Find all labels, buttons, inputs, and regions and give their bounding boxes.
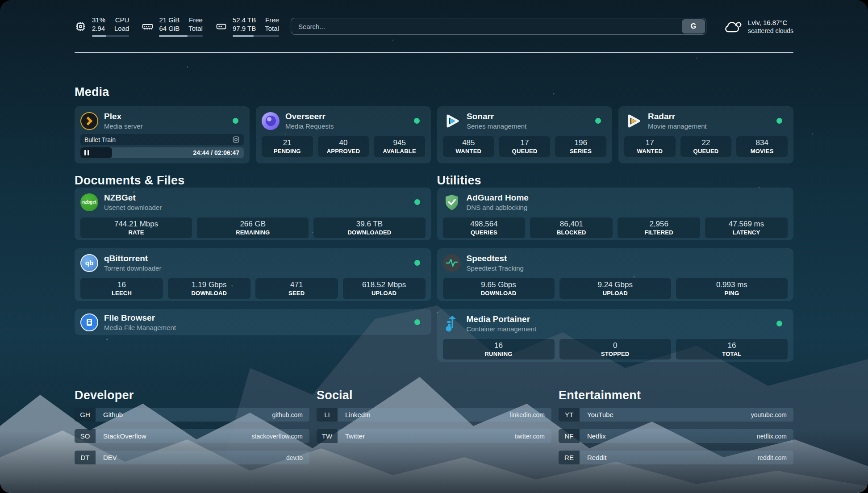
resource-disk: 52.4 TB Free 97.9 TB Total bbox=[215, 16, 279, 37]
stat-label: MOVIES bbox=[751, 148, 774, 155]
bookmark-url: twitter.com bbox=[515, 433, 545, 440]
stat-ping: 0.993 ms PING bbox=[676, 278, 788, 299]
bookmark-dev[interactable]: DT DEV dev.to bbox=[75, 451, 309, 464]
service-card-nzbget[interactable]: nzbget NZBGet Usenet downloader 744.21 M… bbox=[75, 188, 431, 240]
service-card-sonarr[interactable]: Sonarr Series management 485 WANTED 17 Q… bbox=[437, 106, 612, 163]
status-dot bbox=[414, 199, 420, 205]
service-card-overseerr[interactable]: Overseerr Media Requests 21 PENDING 40 A… bbox=[256, 106, 431, 163]
status-dot bbox=[776, 321, 782, 326]
service-name: NZBGet bbox=[104, 192, 162, 203]
weather-condition: scattered clouds bbox=[748, 27, 793, 35]
now-playing-row: Bullet Train bbox=[80, 134, 244, 145]
status-dot bbox=[414, 118, 420, 124]
stat-value: 196 bbox=[574, 138, 587, 147]
stat-label: RUNNING bbox=[485, 351, 513, 357]
stat-running: 16 RUNNING bbox=[443, 339, 555, 359]
resource-memory: 21 GiB Free 64 GiB Total bbox=[142, 16, 203, 37]
stat-queries: 498,564 QUERIES bbox=[443, 217, 526, 238]
bookmark-netflix[interactable]: NF Netflix netflix.com bbox=[559, 429, 793, 443]
stat-value: 22 bbox=[702, 138, 710, 147]
service-card-portainer[interactable]: Media Portainer Container management 16 … bbox=[437, 309, 794, 362]
search-provider-button[interactable]: G bbox=[682, 19, 705, 33]
stat-value: 9.24 Gbps bbox=[598, 280, 633, 289]
stat-label: UPLOAD bbox=[371, 290, 396, 297]
weather-widget: Lviv, 16.87°C scattered clouds bbox=[722, 18, 793, 35]
memory-total: 64 GiB bbox=[159, 25, 179, 33]
bookmark-name: YouTube bbox=[587, 411, 613, 418]
bookmark-stackoverflow[interactable]: SO StackOverflow stackoverflow.com bbox=[75, 429, 309, 443]
stat-downloaded: 39.6 TB DOWNLOADED bbox=[313, 217, 425, 238]
resource-cpu: 31% CPU 2.94 Load bbox=[75, 16, 129, 37]
bookmark-group-developer: Developer GH Github github.com SO StackO… bbox=[75, 389, 309, 464]
bookmark-url: stackoverflow.com bbox=[252, 433, 303, 440]
section-title-utilities: Utilities bbox=[437, 174, 794, 188]
service-description: Media Requests bbox=[285, 122, 334, 130]
service-name: File Browser bbox=[104, 313, 176, 323]
bookmark-github[interactable]: GH Github github.com bbox=[75, 408, 309, 422]
bookmark-name: Github bbox=[103, 411, 123, 418]
service-description: Container management bbox=[467, 325, 537, 333]
disk-free: 52.4 TB bbox=[233, 16, 256, 24]
stat-remaining: 266 GB REMAINING bbox=[197, 217, 309, 238]
stat-label: LATENCY bbox=[733, 229, 760, 236]
playback-time: 24:44 / 02:06:47 bbox=[193, 147, 239, 158]
bookmark-abbr: YT bbox=[559, 408, 580, 422]
service-card-qbittorrent[interactable]: qb qBittorrent Torrent downloader 16 LEE… bbox=[75, 248, 431, 301]
service-card-plex[interactable]: Plex Media server Bullet Train bbox=[75, 106, 250, 163]
stat-download: 9.65 Gbps DOWNLOAD bbox=[443, 278, 555, 299]
bookmark-name: Netflix bbox=[587, 432, 606, 440]
header-divider bbox=[75, 52, 793, 53]
overseerr-icon bbox=[262, 112, 280, 130]
stat-label: LEECH bbox=[112, 290, 132, 297]
cpu-load-label: Load bbox=[114, 25, 129, 33]
stat-label: BLOCKED bbox=[557, 229, 586, 236]
stat-label: SERIES bbox=[570, 148, 592, 155]
disk-total-label: Total bbox=[265, 25, 279, 33]
bookmark-reddit[interactable]: RE Reddit reddit.com bbox=[559, 451, 793, 464]
disk-total: 97.9 TB bbox=[233, 25, 256, 33]
stat-label: PENDING bbox=[274, 148, 301, 155]
stat-label: STOPPED bbox=[601, 351, 629, 357]
stat-value: 16 bbox=[727, 341, 736, 350]
bookmark-url: linkedin.com bbox=[510, 411, 545, 418]
weather-location-temp: Lviv, 16.87°C bbox=[748, 18, 793, 27]
service-description: DNS and adblocking bbox=[467, 203, 529, 212]
bookmark-linkedin[interactable]: LI LinkedIn linkedin.com bbox=[317, 408, 551, 422]
bookmark-group-social: Social LI LinkedIn linkedin.com TW Twitt… bbox=[317, 389, 551, 464]
top-bar: 31% CPU 2.94 Load bbox=[75, 15, 793, 38]
bookmark-twitter[interactable]: TW Twitter twitter.com bbox=[317, 429, 551, 443]
resource-widgets: 31% CPU 2.94 Load bbox=[75, 16, 279, 37]
disk-icon bbox=[215, 21, 227, 33]
now-playing-title: Bullet Train bbox=[84, 136, 116, 143]
stat-value: 40 bbox=[339, 138, 348, 147]
service-card-adguard[interactable]: AdGuard Home DNS and adblocking 498,564 … bbox=[437, 188, 794, 240]
service-card-radarr[interactable]: Radarr Movie management 17 WANTED 22 QUE… bbox=[618, 106, 793, 163]
plex-icon bbox=[80, 112, 98, 130]
section-title-developer: Developer bbox=[75, 389, 309, 402]
stat-value: 945 bbox=[393, 138, 405, 147]
stat-approved: 40 APPROVED bbox=[318, 136, 369, 157]
stat-label: SEED bbox=[288, 290, 305, 297]
stat-label: QUERIES bbox=[471, 229, 497, 236]
service-name: Speedtest bbox=[467, 253, 524, 264]
dashboard-window: 31% CPU 2.94 Load bbox=[0, 0, 868, 493]
status-dot bbox=[233, 118, 238, 124]
service-card-speedtest[interactable]: Speedtest Speedtest Tracking 9.65 Gbps D… bbox=[437, 248, 794, 301]
stat-value: 47.569 ms bbox=[729, 220, 764, 228]
stat-wanted: 17 WANTED bbox=[624, 136, 676, 157]
stat-value: 618.52 Mbps bbox=[362, 280, 406, 289]
service-name: Sonarr bbox=[467, 111, 526, 122]
service-card-filebrowser[interactable]: File Browser Media File Management bbox=[75, 309, 431, 335]
bookmark-youtube[interactable]: YT YouTube youtube.com bbox=[559, 408, 793, 422]
stat-value: 485 bbox=[462, 138, 475, 147]
radarr-icon bbox=[624, 112, 642, 130]
stat-label: REMAINING bbox=[236, 229, 270, 236]
bookmark-abbr: NF bbox=[559, 429, 580, 443]
bookmark-abbr: DT bbox=[75, 451, 96, 464]
search-input[interactable] bbox=[291, 18, 681, 34]
bookmark-abbr: SO bbox=[75, 429, 96, 443]
bookmark-url: github.com bbox=[272, 411, 303, 418]
bookmark-url: netflix.com bbox=[757, 433, 787, 440]
portainer-icon bbox=[443, 315, 461, 333]
adguard-icon bbox=[443, 193, 461, 211]
